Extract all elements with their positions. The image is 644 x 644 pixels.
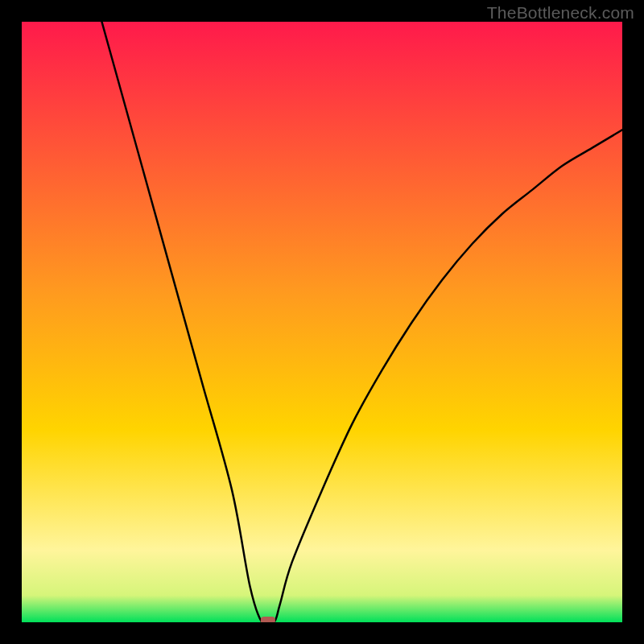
chart-plot-area: [22, 22, 622, 622]
chart-frame: TheBottleneck.com: [0, 0, 644, 644]
chart-background: [22, 22, 622, 622]
optimum-marker: [261, 617, 275, 622]
chart-svg: [22, 22, 622, 622]
watermark-text: TheBottleneck.com: [487, 3, 634, 23]
